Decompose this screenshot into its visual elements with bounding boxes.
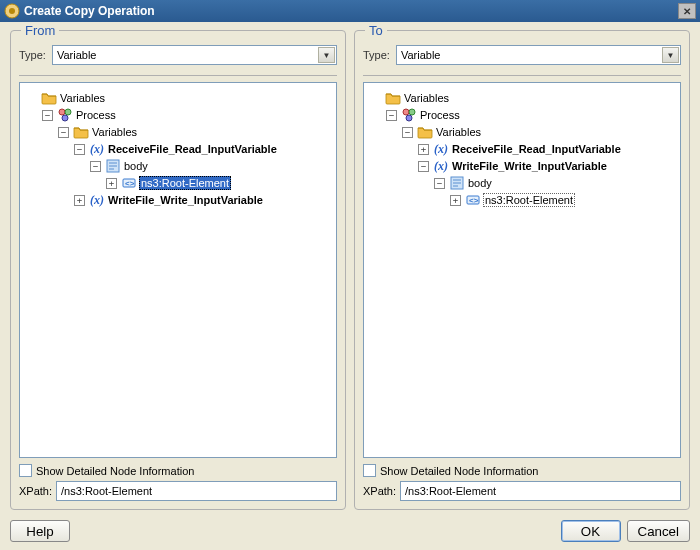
from-show-detail-row[interactable]: Show Detailed Node Information: [19, 464, 337, 477]
expand-toggle[interactable]: +: [74, 195, 85, 206]
dialog-buttons: Help OK Cancel: [10, 520, 690, 542]
to-xpath-input[interactable]: [400, 481, 681, 501]
node-label: Process: [75, 109, 117, 121]
from-panel: From Type: Variable ▼ Variables: [10, 30, 346, 510]
process-icon: [57, 107, 73, 123]
tree-node-receive-var[interactable]: + ReceiveFile_Read_InputVariable: [416, 141, 624, 157]
node-label: ReceiveFile_Read_InputVariable: [107, 143, 278, 155]
tree-node-root-element[interactable]: + ns3:Root-Element: [104, 175, 233, 191]
node-label: WriteFile_Write_InputVariable: [451, 160, 608, 172]
chevron-down-icon: ▼: [318, 47, 335, 63]
folder-icon: [41, 90, 57, 106]
node-label: body: [123, 160, 149, 172]
node-label: ReceiveFile_Read_InputVariable: [451, 143, 622, 155]
folder-icon: [417, 124, 433, 140]
collapse-toggle[interactable]: −: [434, 178, 445, 189]
node-label: Variables: [59, 92, 106, 104]
panels-row: From Type: Variable ▼ Variables: [10, 30, 690, 510]
tree-node-variables[interactable]: − Variables: [56, 124, 140, 140]
collapse-toggle[interactable]: −: [90, 161, 101, 172]
node-label: WriteFile_Write_InputVariable: [107, 194, 264, 206]
chevron-down-icon: ▼: [662, 47, 679, 63]
variable-icon: [89, 141, 105, 157]
tree-node-write-var[interactable]: − WriteFile_Write_InputVariable: [416, 158, 610, 174]
collapse-toggle[interactable]: −: [74, 144, 85, 155]
part-icon: [105, 158, 121, 174]
cancel-button[interactable]: Cancel: [627, 520, 691, 542]
to-xpath-label: XPath:: [363, 485, 396, 497]
from-type-row: Type: Variable ▼: [19, 45, 337, 65]
tree-node-body[interactable]: − body: [88, 158, 151, 174]
part-icon: [449, 175, 465, 191]
variable-icon: [433, 141, 449, 157]
variable-icon: [433, 158, 449, 174]
to-panel: To Type: Variable ▼ Variables: [354, 30, 690, 510]
from-type-value: Variable: [57, 49, 97, 61]
app-icon: [4, 3, 20, 19]
node-label: body: [467, 177, 493, 189]
element-icon: [465, 192, 481, 208]
from-xpath-label: XPath:: [19, 485, 52, 497]
to-type-dropdown[interactable]: Variable ▼: [396, 45, 681, 65]
collapse-toggle[interactable]: −: [42, 110, 53, 121]
ok-button[interactable]: OK: [561, 520, 621, 542]
to-type-row: Type: Variable ▼: [363, 45, 681, 65]
to-xpath-row: XPath:: [363, 481, 681, 501]
to-show-detail-checkbox[interactable]: [363, 464, 376, 477]
tree-node-process[interactable]: − Process: [40, 107, 119, 123]
expand-toggle[interactable]: +: [418, 144, 429, 155]
from-type-label: Type:: [19, 49, 46, 61]
tree-node-variables[interactable]: − Variables: [400, 124, 484, 140]
to-show-detail-label: Show Detailed Node Information: [380, 465, 538, 477]
to-type-label: Type:: [363, 49, 390, 61]
variable-icon: [89, 192, 105, 208]
collapse-toggle[interactable]: −: [418, 161, 429, 172]
from-xpath-input[interactable]: [56, 481, 337, 501]
collapse-toggle[interactable]: −: [58, 127, 69, 138]
close-button[interactable]: ✕: [678, 3, 696, 19]
expand-toggle[interactable]: +: [450, 195, 461, 206]
to-tree[interactable]: Variables − Process: [363, 82, 681, 458]
window-body: From Type: Variable ▼ Variables: [0, 22, 700, 550]
tree-node-root-element[interactable]: + ns3:Root-Element: [448, 192, 577, 208]
node-label: Variables: [91, 126, 138, 138]
titlebar: Create Copy Operation ✕: [0, 0, 700, 22]
to-heading: To: [365, 23, 387, 38]
to-type-value: Variable: [401, 49, 441, 61]
tree-node-receive-var[interactable]: − ReceiveFile_Read_InputVariable: [72, 141, 280, 157]
tree-node-variables-root[interactable]: Variables: [368, 90, 452, 106]
from-tree[interactable]: Variables − Process: [19, 82, 337, 458]
element-icon: [121, 175, 137, 191]
process-icon: [401, 107, 417, 123]
folder-icon: [73, 124, 89, 140]
tree-node-process[interactable]: − Process: [384, 107, 463, 123]
node-label: Variables: [403, 92, 450, 104]
tree-node-body[interactable]: − body: [432, 175, 495, 191]
tree-node-variables-root[interactable]: Variables: [24, 90, 108, 106]
from-type-dropdown[interactable]: Variable ▼: [52, 45, 337, 65]
folder-icon: [385, 90, 401, 106]
node-label: Variables: [435, 126, 482, 138]
node-label: ns3:Root-Element: [139, 176, 231, 190]
expand-toggle[interactable]: +: [106, 178, 117, 189]
divider: [19, 75, 337, 76]
divider: [363, 75, 681, 76]
node-label: Process: [419, 109, 461, 121]
collapse-toggle[interactable]: −: [402, 127, 413, 138]
to-show-detail-row[interactable]: Show Detailed Node Information: [363, 464, 681, 477]
from-show-detail-label: Show Detailed Node Information: [36, 465, 194, 477]
from-xpath-row: XPath:: [19, 481, 337, 501]
tree-node-write-var[interactable]: + WriteFile_Write_InputVariable: [72, 192, 266, 208]
window-title: Create Copy Operation: [24, 4, 678, 18]
node-label: ns3:Root-Element: [483, 193, 575, 207]
from-show-detail-checkbox[interactable]: [19, 464, 32, 477]
from-heading: From: [21, 23, 59, 38]
collapse-toggle[interactable]: −: [386, 110, 397, 121]
help-button[interactable]: Help: [10, 520, 70, 542]
